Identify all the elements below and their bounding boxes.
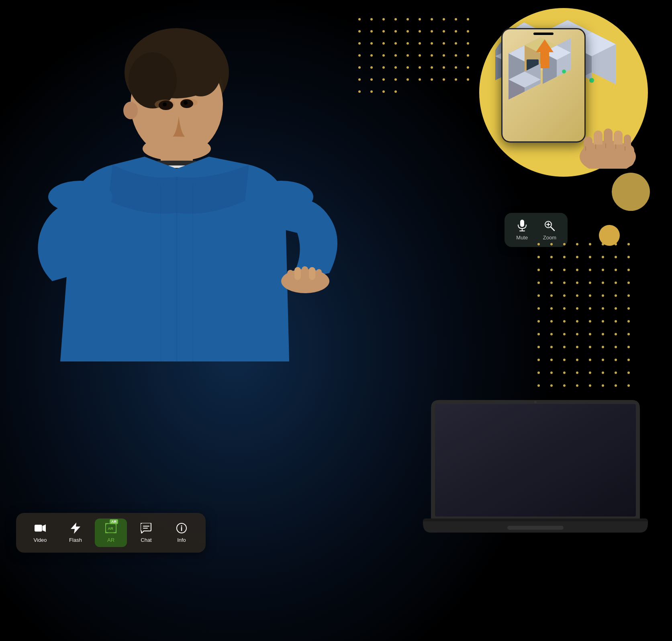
flash-label: Flash — [69, 537, 82, 543]
svg-marker-92 — [71, 523, 80, 534]
svg-line-87 — [551, 227, 554, 231]
laptop — [423, 396, 648, 541]
svg-point-76 — [48, 181, 112, 213]
mute-button[interactable]: Mute — [516, 219, 529, 241]
svg-point-77 — [249, 181, 313, 213]
video-label: Video — [33, 537, 47, 543]
toolbar-ar-button[interactable]: AR AR AR — [95, 519, 127, 547]
svg-point-99 — [181, 525, 182, 527]
toolbar-chat-button[interactable]: Chat — [130, 519, 162, 547]
info-icon — [176, 523, 187, 534]
toolbar-video-button[interactable]: Video — [24, 519, 56, 547]
zoom-icon — [543, 219, 556, 232]
svg-point-52 — [129, 52, 177, 108]
dot-pattern-top — [356, 16, 471, 95]
hand-holding-phone — [572, 104, 644, 169]
svg-rect-73 — [302, 266, 308, 280]
svg-marker-91 — [43, 525, 46, 532]
toolbar-info-button[interactable]: Info — [165, 519, 198, 547]
video-icon — [35, 523, 46, 534]
svg-rect-79 — [435, 404, 636, 516]
info-label: Info — [177, 537, 186, 543]
svg-rect-83 — [520, 220, 524, 227]
zoom-label: Zoom — [543, 235, 556, 241]
ar-label: AR — [107, 537, 114, 543]
flash-icon — [70, 523, 81, 534]
ar-icon: AR — [105, 523, 116, 534]
zoom-button[interactable]: Zoom — [543, 219, 556, 241]
microphone-icon — [516, 219, 529, 232]
svg-point-53 — [181, 48, 221, 96]
svg-rect-72 — [294, 267, 301, 280]
toolbar: Video Flash — [16, 513, 206, 553]
svg-point-54 — [123, 102, 138, 119]
svg-point-59 — [163, 102, 167, 106]
svg-point-60 — [184, 101, 188, 105]
gold-circle-large — [612, 173, 650, 211]
svg-rect-74 — [309, 267, 315, 280]
svg-rect-90 — [35, 525, 42, 532]
dot-pattern-right — [535, 241, 632, 389]
svg-rect-42 — [583, 145, 634, 167]
svg-text:AR: AR — [108, 526, 113, 531]
svg-rect-71 — [287, 270, 294, 281]
ar-circle-container — [479, 8, 648, 177]
ar-badge: AR — [110, 519, 118, 524]
svg-point-20 — [589, 78, 594, 83]
person-figure — [0, 0, 362, 442]
svg-point-82 — [534, 401, 537, 403]
svg-point-32 — [562, 69, 566, 73]
chat-label: Chat — [141, 537, 151, 543]
svg-rect-81 — [507, 526, 564, 530]
toolbar-flash-button[interactable]: Flash — [59, 519, 92, 547]
chat-icon — [141, 523, 152, 534]
mute-label: Mute — [516, 235, 528, 241]
svg-rect-75 — [316, 269, 322, 280]
